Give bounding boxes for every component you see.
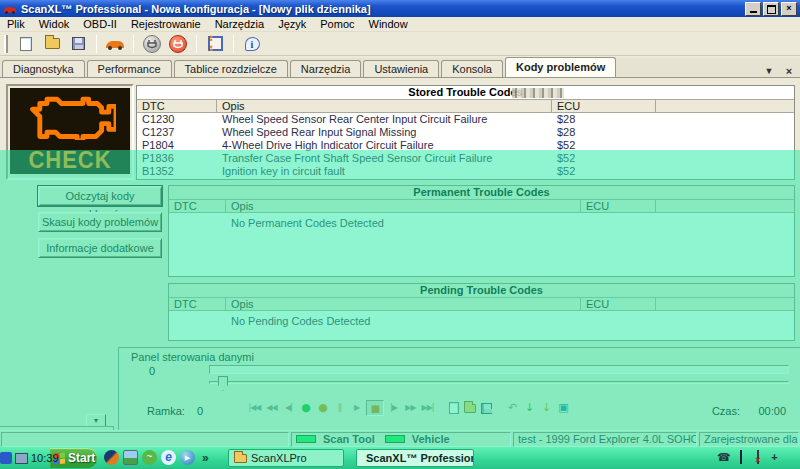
fast-forward-button[interactable]: ▶▶ (403, 400, 418, 416)
network-offline-icon[interactable] (751, 450, 764, 464)
media-player-icon[interactable]: ▶ (180, 450, 195, 465)
title-bar[interactable]: ScanXL™ Professional - Nowa konfiguracja… (0, 0, 800, 17)
column-opis[interactable]: Opis (226, 200, 581, 212)
play-button[interactable]: ▶ (349, 400, 364, 416)
table-row[interactable]: P18044-Wheel Drive High Indicator Circui… (137, 139, 794, 152)
stored-codes-title: Stored Trouble Codes (137, 86, 794, 100)
check-engine-indicator: CHECK (10, 88, 130, 174)
antivirus-icon[interactable]: + (768, 450, 781, 464)
internet-explorer-icon[interactable]: e (161, 450, 176, 465)
stop-button[interactable]: ■ (366, 400, 384, 416)
column-extra[interactable] (656, 100, 794, 112)
ghost-clock: 10:39 (31, 452, 59, 464)
menu-jezyk[interactable]: Język (271, 17, 313, 32)
messenger-icon[interactable]: ~ (142, 450, 157, 465)
table-row[interactable]: C1230Wheel Speed Sensor Rear Center Inpu… (137, 113, 794, 126)
undo-icon[interactable]: ↶ (505, 400, 520, 416)
menu-plik[interactable]: Plik (0, 17, 32, 32)
rewind-button[interactable]: ◀◀ (264, 400, 279, 416)
ghost-clock-fragment: 10:39 (0, 452, 59, 464)
folder-icon (234, 454, 247, 463)
skip-start-button[interactable]: |◀◀ (247, 400, 262, 416)
slider-groove[interactable] (209, 381, 789, 384)
tab-konsola[interactable]: Konsola (441, 60, 503, 77)
tab-close-icon[interactable]: × (782, 65, 796, 77)
tab-narzedzia[interactable]: Narzędzia (290, 60, 362, 77)
column-ecu[interactable]: ECU (581, 298, 656, 310)
slider-thumb[interactable] (218, 376, 228, 391)
export-yellow-icon[interactable]: ↓ (539, 400, 554, 416)
additional-info-button[interactable]: Informacje dodatkowe (38, 238, 162, 258)
save-icon[interactable] (66, 33, 90, 54)
read-codes-button[interactable]: Odczytaj kody problemów (38, 186, 162, 206)
progress-track[interactable] (209, 365, 789, 374)
restore-button[interactable] (763, 2, 779, 16)
tab-tablice-rozdzielcze[interactable]: Tablice rozdzielcze (174, 60, 288, 77)
menu-widok[interactable]: Widok (32, 17, 77, 32)
minimize-button[interactable] (745, 2, 761, 16)
image-viewer-icon[interactable] (123, 450, 138, 465)
save-log-icon[interactable] (479, 401, 493, 416)
skip-end-button[interactable]: ▶▶| (420, 400, 435, 416)
table-row[interactable]: P1836Transfer Case Front Shaft Speed Sen… (137, 152, 794, 165)
tab-ustawienia[interactable]: Ustawienia (363, 60, 439, 77)
close-button[interactable]: × (781, 2, 797, 16)
column-extra[interactable] (656, 200, 794, 212)
modem-icon[interactable]: ☎ (717, 450, 730, 464)
tab-diagnostyka[interactable]: Diagnostyka (2, 60, 85, 77)
menu-window[interactable]: Window (362, 17, 415, 32)
task-scanxl-professional[interactable]: ScanXL™ Professional... (356, 449, 474, 467)
disconnect-icon[interactable] (166, 33, 190, 54)
tab-scroll-icon[interactable]: ▼ (762, 66, 776, 76)
new-file-icon[interactable] (14, 33, 38, 54)
snapshot-frame-icon[interactable]: ▣ (556, 400, 571, 416)
task-scanxlpro[interactable]: ScanXLPro (228, 449, 344, 467)
app-icon (3, 3, 17, 15)
info-icon[interactable]: i (240, 33, 264, 54)
table-row[interactable]: B1352Ignition key in circuit fault$52 (137, 165, 794, 178)
table-row[interactable]: C1237Wheel Speed Rear Input Signal Missi… (137, 126, 794, 139)
column-dtc[interactable]: DTC (169, 200, 226, 212)
step-forward-button[interactable]: |▶ (386, 400, 401, 416)
volume-icon[interactable] (785, 450, 798, 464)
battery-icon[interactable] (734, 450, 747, 464)
dashboard-frame-icon[interactable] (203, 33, 227, 54)
stored-codes-group: Stored Trouble Codes DTC Opis ECU C1230W… (136, 85, 795, 180)
permanent-codes-title: Permanent Trouble Codes (169, 186, 794, 200)
open-log-icon[interactable] (463, 401, 477, 416)
time-value: 00:00 (758, 405, 786, 417)
menu-obd2[interactable]: OBD-II (76, 17, 124, 32)
ghost-tray-icon (0, 452, 12, 464)
status-cell-empty (1, 432, 289, 447)
record-button[interactable]: ● (298, 400, 313, 416)
column-dtc[interactable]: DTC (169, 298, 226, 310)
export-green-icon[interactable]: ↓ (522, 400, 537, 416)
step-back-button[interactable]: ◀| (281, 400, 296, 416)
connect-icon[interactable] (140, 33, 164, 54)
vehicle-info: test - 1999 Ford Explorer 4.0L SOHC (513, 432, 697, 447)
tab-kody-problemow[interactable]: Kody problemów (505, 57, 616, 77)
column-ecu[interactable]: ECU (581, 200, 656, 212)
column-opis[interactable]: Opis (226, 298, 581, 310)
vehicle-status-led (385, 435, 405, 443)
column-opis[interactable]: Opis (217, 100, 552, 112)
column-ecu[interactable]: ECU (552, 100, 656, 112)
vehicle-icon[interactable] (103, 33, 127, 54)
menu-narzedzia[interactable]: Narzędzia (208, 17, 272, 32)
menu-rejestrowanie[interactable]: Rejestrowanie (124, 17, 208, 32)
column-extra[interactable] (656, 298, 794, 310)
column-dtc[interactable]: DTC (137, 100, 217, 112)
quick-launch-overflow-icon[interactable]: » (202, 451, 209, 465)
marker-button[interactable]: ● (315, 400, 330, 416)
toolbar-grip[interactable] (4, 35, 8, 53)
permanent-empty-message: No Permanent Codes Detected (169, 213, 794, 229)
browser-icon[interactable] (104, 450, 119, 465)
slider-value: 0 (149, 365, 155, 377)
new-log-icon[interactable] (447, 401, 461, 416)
open-file-icon[interactable] (40, 33, 64, 54)
clear-codes-button[interactable]: Skasuj kody problemów (38, 212, 162, 232)
pause-button[interactable]: || (332, 400, 347, 416)
tab-performance[interactable]: Performance (87, 60, 172, 77)
vehicle-label: Vehicle (412, 433, 450, 445)
menu-pomoc[interactable]: Pomoc (313, 17, 361, 32)
